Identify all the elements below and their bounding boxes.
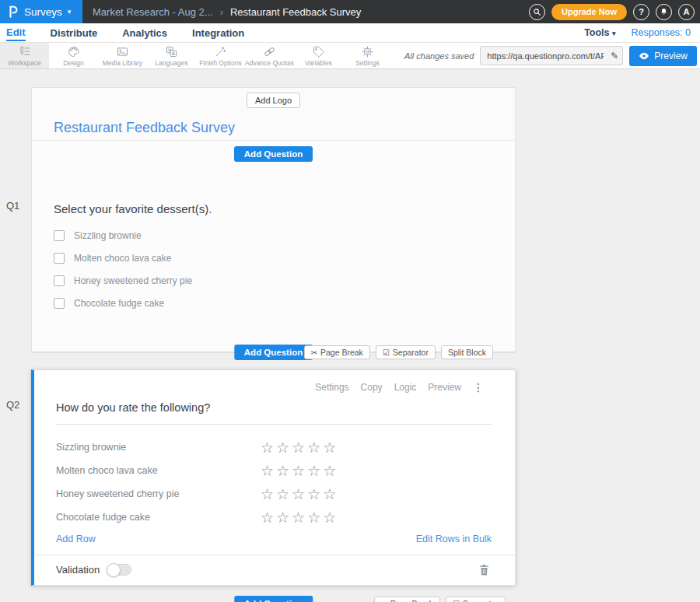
q1-option-row[interactable]: Honey sweetened cherry pie [54, 275, 493, 286]
top-actions: Upgrade Now ? A [529, 4, 700, 20]
scissors-icon: ✂ [311, 348, 317, 357]
avatar[interactable]: A [678, 4, 695, 20]
search-button[interactable] [529, 4, 545, 20]
toolbar-design[interactable]: Design [49, 43, 98, 68]
separator-icon: ☑ [383, 348, 390, 357]
toolbar-settings[interactable]: Settings [343, 43, 392, 68]
q1-option-row[interactable]: Chocolate fudge cake [54, 297, 493, 309]
checkbox[interactable] [54, 230, 65, 241]
add-question-button[interactable]: Add Question [234, 146, 313, 162]
toolbar-media-library[interactable]: Media Library [98, 43, 147, 68]
add-question-button[interactable]: Add Question [234, 345, 313, 360]
tab-edit[interactable]: Edit [6, 24, 26, 41]
star-icon: ☆ [323, 509, 338, 526]
edit-rows-in-bulk-link[interactable]: Edit Rows in Bulk [416, 534, 492, 544]
split-block-button[interactable]: Split Block [441, 345, 493, 359]
survey-url-field: ✎ [480, 46, 623, 65]
bell-icon [660, 7, 668, 16]
q2-logic-link[interactable]: Logic [394, 382, 417, 393]
star-rating[interactable]: ☆☆☆☆☆ [261, 510, 338, 525]
questionpro-survey-editor: Surveys ▾ Market Research - Aug 2... › R… [0, 0, 700, 602]
block-junction-1: Add Question ✂Page Break ☑Separator Spli… [31, 343, 516, 362]
add-question-strip: Add Question [32, 141, 515, 162]
preview-button[interactable]: Preview [629, 46, 697, 66]
tag-icon [312, 45, 325, 58]
help-button[interactable]: ? [633, 4, 649, 20]
q2-settings-link[interactable]: Settings [315, 382, 348, 393]
image-icon [116, 45, 129, 58]
separator-button[interactable]: ☑Separator [446, 597, 506, 602]
product-switcher[interactable]: Surveys ▾ [0, 0, 82, 23]
nav-tabs: Edit Distribute Analytics Integration [6, 24, 244, 41]
upgrade-now-button[interactable]: Upgrade Now [551, 4, 627, 20]
checkbox[interactable] [54, 298, 65, 309]
toolbar-variables[interactable]: Variables [294, 43, 343, 68]
palette-icon [67, 45, 80, 58]
q2-copy-link[interactable]: Copy [361, 382, 383, 393]
breadcrumb: Market Research - Aug 2... › Restaurant … [93, 6, 529, 18]
rating-row: Molten choco lava cake ☆☆☆☆☆ [56, 459, 492, 482]
breadcrumb-folder[interactable]: Market Research - Aug 2... [93, 6, 213, 18]
responses-count[interactable]: Responses: 0 [632, 27, 691, 38]
more-options-icon[interactable]: ⋮ [473, 381, 484, 394]
checkbox[interactable] [54, 253, 65, 264]
star-icon: ☆ [307, 486, 323, 502]
separator-icon: ☑ [453, 600, 460, 602]
star-icon: ☆ [276, 439, 292, 456]
star-rating[interactable]: ☆☆☆☆☆ [261, 487, 338, 502]
toolbar-workspace[interactable]: Workspace [0, 43, 49, 68]
wand-icon [214, 45, 227, 58]
star-rating[interactable]: ☆☆☆☆☆ [261, 440, 338, 455]
junction-buttons: ✂Page Break ☑Separator Split Block [304, 345, 493, 359]
add-question-button[interactable]: Add Question [234, 596, 313, 602]
validation-toggle[interactable] [107, 564, 131, 576]
product-name: Surveys [24, 6, 62, 18]
toolbar-finish-options[interactable]: Finish Options [196, 43, 245, 68]
survey-url-input[interactable] [480, 46, 623, 65]
separator-button[interactable]: ☑Separator [376, 345, 436, 359]
chevron-down-icon: ▾ [612, 30, 616, 37]
star-icon: ☆ [323, 486, 338, 502]
toggle-knob [107, 563, 121, 577]
notifications-button[interactable] [656, 4, 672, 20]
survey-title[interactable]: Restaurant Feedback Survey [54, 120, 515, 136]
q2-action-menu: Settings Copy Logic Preview ⋮ [34, 370, 515, 394]
tab-analytics[interactable]: Analytics [122, 25, 167, 40]
star-icon: ☆ [261, 509, 276, 526]
nav-right: Tools ▾ Responses: 0 [584, 27, 694, 38]
question-q1[interactable]: Select your favorite dessert(s). Sizzlin… [32, 162, 515, 352]
q1-option-row[interactable]: Sizzling brownie [54, 229, 493, 241]
page-break-button[interactable]: ✂Page Break [374, 597, 440, 602]
add-logo-button[interactable]: Add Logo [247, 93, 300, 108]
delete-question-button[interactable] [478, 563, 490, 576]
edit-url-icon[interactable]: ✎ [611, 51, 618, 61]
star-icon: ☆ [292, 463, 307, 479]
questionpro-logo-icon [8, 5, 19, 19]
q1-option-row[interactable]: Molten choco lava cake [54, 252, 493, 264]
tools-menu[interactable]: Tools ▾ [584, 27, 615, 38]
question-q2-card[interactable]: Settings Copy Logic Preview ⋮ How do you… [31, 369, 516, 586]
star-icon: ☆ [292, 509, 307, 526]
star-rating[interactable]: ☆☆☆☆☆ [261, 464, 338, 478]
q2-row-links: Add Row Edit Rows in Bulk [56, 534, 492, 544]
star-icon: ☆ [276, 463, 292, 479]
tab-integration[interactable]: Integration [192, 25, 244, 40]
page-break-button[interactable]: ✂Page Break [304, 345, 370, 359]
eye-icon [639, 52, 649, 60]
toolbar-languages[interactable]: Languages [147, 43, 196, 68]
q1-question-text[interactable]: Select your favorite dessert(s). [54, 202, 493, 215]
star-icon: ☆ [292, 486, 307, 502]
toolbar-right: All changes saved ✎ Preview [404, 43, 700, 68]
add-row-link[interactable]: Add Row [56, 534, 96, 544]
translate-icon [165, 45, 178, 58]
q2-preview-link[interactable]: Preview [428, 382, 461, 393]
star-icon: ☆ [276, 486, 292, 502]
q2-question-text[interactable]: How do you rate the following? [56, 401, 492, 425]
star-icon: ☆ [261, 439, 276, 456]
search-icon [533, 8, 541, 16]
tab-distribute[interactable]: Distribute [51, 25, 98, 40]
toolbar-advance-quotas[interactable]: Advance Quotas [245, 43, 294, 68]
q1-options: Sizzling brownie Molten choco lava cake … [54, 229, 493, 309]
star-icon: ☆ [323, 439, 338, 456]
checkbox[interactable] [54, 275, 65, 286]
